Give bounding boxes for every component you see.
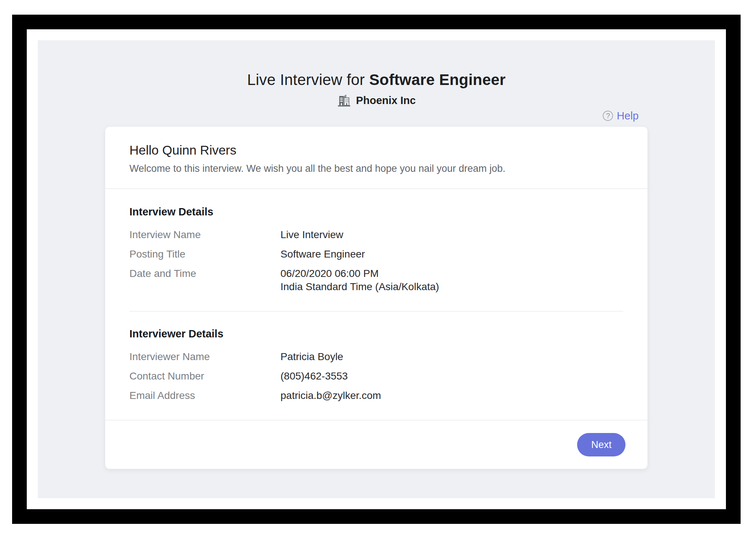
row-interviewer-name: Interviewer Name Patricia Boyle (129, 350, 623, 363)
detail-label: Email Address (129, 389, 280, 402)
page-title-prefix: Live Interview for (247, 71, 369, 88)
content-area: ? Help Hello Quinn Rivers Welcome to thi… (105, 109, 647, 469)
interview-card: Hello Quinn Rivers Welcome to this inter… (105, 127, 647, 469)
help-row: ? Help (105, 109, 647, 122)
page-title-posting: Software Engineer (369, 71, 506, 88)
detail-value: 06/20/2020 06:00 PM India Standard Time … (280, 267, 439, 293)
card-footer: Next (105, 420, 647, 469)
help-question-icon[interactable]: ? (603, 111, 613, 121)
interview-details-title: Interview Details (129, 206, 623, 218)
row-email-address: Email Address patricia.b@zylker.com (129, 389, 623, 402)
details-section: Interview Details Interview Name Live In… (105, 189, 647, 420)
greeting-section: Hello Quinn Rivers Welcome to this inter… (105, 127, 647, 189)
row-interview-name: Interview Name Live Interview (129, 228, 623, 241)
timezone-value: India Standard Time (Asia/Kolkata) (280, 280, 439, 293)
greeting-message: Welcome to this interview. We wish you a… (129, 163, 623, 174)
company-building-icon (337, 93, 352, 108)
row-contact-number: Contact Number (805)462-3553 (129, 370, 623, 383)
detail-label: Date and Time (129, 267, 280, 293)
detail-label: Contact Number (129, 370, 280, 383)
row-date-time: Date and Time 06/20/2020 06:00 PM India … (129, 267, 623, 293)
interviewer-details-title: Interviewer Details (129, 328, 623, 340)
page-header: Live Interview for Software Engineer (38, 40, 715, 108)
page-title: Live Interview for Software Engineer (38, 71, 715, 89)
detail-value: Software Engineer (280, 248, 365, 261)
detail-label: Posting Title (129, 248, 280, 261)
help-link[interactable]: Help (617, 110, 639, 122)
date-time-value: 06/20/2020 06:00 PM (280, 267, 439, 280)
company-name: Phoenix Inc (356, 95, 416, 107)
detail-label: Interviewer Name (129, 350, 280, 363)
detail-value: Live Interview (280, 228, 343, 241)
window-frame: Live Interview for Software Engineer (12, 15, 741, 524)
greeting-title: Hello Quinn Rivers (129, 143, 623, 158)
detail-value: patricia.b@zylker.com (280, 389, 381, 402)
next-button[interactable]: Next (577, 433, 625, 456)
interview-panel: Live Interview for Software Engineer (38, 40, 715, 498)
detail-value: (805)462-3553 (280, 370, 348, 383)
detail-value: Patricia Boyle (280, 350, 343, 363)
detail-label: Interview Name (129, 228, 280, 241)
row-posting-title: Posting Title Software Engineer (129, 248, 623, 261)
section-divider (129, 311, 623, 312)
company-line: Phoenix Inc (38, 93, 715, 108)
